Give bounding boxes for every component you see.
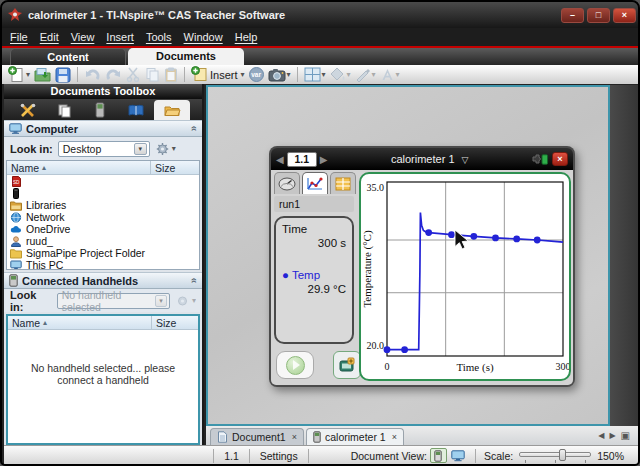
redo-button[interactable] bbox=[103, 66, 124, 84]
slider-thumb[interactable] bbox=[559, 449, 566, 461]
column-size-header[interactable]: Size bbox=[151, 161, 199, 174]
tab-documents[interactable]: Documents bbox=[128, 48, 244, 65]
no-handheld-message: No handheld selected... please connect a… bbox=[8, 330, 198, 443]
handheld-view-button[interactable] bbox=[430, 448, 447, 463]
save-icon bbox=[55, 67, 71, 83]
slider-track[interactable] bbox=[519, 452, 591, 457]
file-row-this-pc[interactable]: This PC bbox=[7, 259, 199, 269]
menu-bar: File Edit View Insert Tools Window Help bbox=[2, 28, 640, 48]
page-prev-icon[interactable]: ◀ bbox=[276, 154, 284, 165]
paste-button[interactable] bbox=[162, 66, 180, 84]
menu-file[interactable]: File bbox=[10, 31, 28, 43]
meter-view-tab[interactable] bbox=[274, 172, 300, 194]
column-size-header[interactable]: Size bbox=[152, 316, 198, 329]
scale-slider[interactable] bbox=[519, 449, 591, 463]
doc-tab-close-icon[interactable]: × bbox=[292, 432, 297, 442]
file-label: Libraries bbox=[26, 199, 66, 211]
handheld-select-value: No handheld selected bbox=[62, 289, 155, 313]
toolbox-tab-content-explorer[interactable] bbox=[154, 100, 190, 120]
text-color-button[interactable]: ▾ bbox=[378, 66, 402, 84]
graph-view-area[interactable]: 35.020.00300Time (s)Temperature (°C) bbox=[359, 172, 571, 381]
undo-button[interactable] bbox=[82, 66, 103, 84]
graph-view-tab[interactable] bbox=[302, 172, 328, 194]
toolbox-tab-handheld[interactable] bbox=[82, 100, 118, 120]
file-row-libraries[interactable]: Libraries bbox=[7, 199, 199, 211]
fill-color-button[interactable]: ▾ bbox=[328, 66, 353, 84]
status-settings[interactable]: Settings bbox=[250, 450, 308, 462]
document-tab-strip: Document1 × calorimeter 1 × ◀ ▶ ▣ bbox=[206, 426, 640, 445]
emulator-document-title-area[interactable]: calorimeter 1 ▽ bbox=[330, 153, 529, 165]
column-name-header[interactable]: Name ▴ bbox=[8, 316, 152, 329]
open-document-button[interactable] bbox=[32, 66, 53, 84]
menu-window[interactable]: Window bbox=[184, 31, 223, 43]
screenshot-button[interactable]: ▾ bbox=[266, 66, 293, 84]
network-icon bbox=[10, 212, 22, 223]
tab-scroll-left-icon[interactable]: ◀ bbox=[598, 431, 604, 440]
menu-edit[interactable]: Edit bbox=[40, 31, 59, 43]
battery-icon bbox=[532, 154, 549, 165]
tab-scroll-controls: ◀ ▶ ▣ bbox=[598, 426, 630, 445]
sensor-readout-panel[interactable]: Time 300 s ● Temp 29.9 °C bbox=[274, 216, 354, 344]
file-row-sd-card[interactable]: SD bbox=[7, 175, 199, 187]
page-indicator[interactable]: 1.1 bbox=[287, 152, 317, 167]
variables-button[interactable]: var bbox=[247, 66, 266, 84]
line-color-button[interactable]: ▾ bbox=[353, 66, 378, 84]
doc-tab-calorimeter1[interactable]: calorimeter 1 × bbox=[306, 428, 404, 445]
page-next-icon[interactable]: ▶ bbox=[320, 154, 328, 165]
add-sensor-button[interactable] bbox=[333, 351, 361, 379]
run-selector[interactable]: run1 bbox=[274, 196, 354, 212]
look-in-select[interactable]: Desktop ▾ bbox=[58, 141, 150, 157]
tab-scroll-right-icon[interactable]: ▶ bbox=[609, 431, 615, 440]
close-button[interactable]: × bbox=[613, 8, 636, 23]
computer-view-button[interactable] bbox=[450, 448, 467, 463]
cloud-icon bbox=[10, 224, 22, 235]
emulator-close-button[interactable]: × bbox=[552, 152, 568, 166]
menu-insert[interactable]: Insert bbox=[106, 31, 134, 43]
computer-options-button[interactable]: ▾ bbox=[155, 142, 176, 156]
temp-value: 29.9 °C bbox=[282, 283, 346, 295]
document-work-area[interactable]: ◀ 1.1 ▶ calorimeter 1 ▽ × bbox=[206, 85, 610, 426]
handhelds-panel-header[interactable]: Connected Handhelds » bbox=[4, 272, 202, 289]
name-column-label: Name bbox=[12, 317, 40, 329]
file-row-network[interactable]: Network bbox=[7, 211, 199, 223]
toolbox-tab-content-explorer-book[interactable] bbox=[118, 100, 154, 120]
page-layout-button[interactable]: ▾ bbox=[302, 66, 328, 84]
menu-tools[interactable]: Tools bbox=[146, 31, 172, 43]
collapse-chevron-icon[interactable]: » bbox=[189, 278, 200, 284]
gear-icon bbox=[175, 294, 190, 308]
new-document-button[interactable]: ▾ bbox=[6, 66, 32, 84]
file-row-user[interactable]: ruud_ bbox=[7, 235, 199, 247]
svg-text:35.0: 35.0 bbox=[367, 182, 385, 193]
select-arrow-icon: ▾ bbox=[155, 295, 167, 307]
insert-button[interactable]: Insert ▾ bbox=[189, 66, 247, 84]
tab-content[interactable]: Content bbox=[10, 48, 126, 65]
status-page-indicator[interactable]: 1.1 bbox=[214, 450, 249, 462]
document-view-label: Document View: bbox=[351, 450, 427, 462]
menu-view[interactable]: View bbox=[71, 31, 95, 43]
toolbox-tab-tools[interactable] bbox=[10, 100, 46, 120]
doc-tab-close-icon[interactable]: × bbox=[392, 432, 397, 442]
table-view-tab[interactable] bbox=[330, 172, 356, 194]
menu-help[interactable]: Help bbox=[235, 31, 258, 43]
status-bar: 1.1 Settings Document View: Sc bbox=[4, 445, 640, 465]
var-icon: var bbox=[249, 67, 264, 82]
minimize-button[interactable]: – bbox=[561, 8, 584, 23]
maximize-button[interactable]: □ bbox=[587, 8, 610, 23]
file-row-sigmapipe[interactable]: SigmaPipe Project Folder bbox=[7, 247, 199, 259]
file-row-onedrive[interactable]: OneDrive bbox=[7, 223, 199, 235]
computer-panel-header[interactable]: Computer » bbox=[4, 120, 202, 137]
collapse-chevron-icon[interactable]: » bbox=[189, 126, 200, 132]
copy-button[interactable] bbox=[143, 66, 162, 84]
toolbox-tab-page-sorter[interactable] bbox=[46, 100, 82, 120]
doc-tab-document1[interactable]: Document1 × bbox=[210, 428, 304, 445]
select-arrow-icon: ▾ bbox=[134, 143, 147, 155]
column-name-header[interactable]: Name ▴ bbox=[7, 161, 151, 174]
tab-list-all-icon[interactable]: ▣ bbox=[621, 430, 630, 441]
start-collection-button[interactable] bbox=[276, 351, 314, 379]
cut-button[interactable] bbox=[124, 66, 143, 84]
app-logo-icon bbox=[8, 8, 22, 22]
file-row-device[interactable] bbox=[7, 187, 199, 199]
save-button[interactable] bbox=[53, 66, 73, 84]
file-label: This PC bbox=[26, 259, 63, 269]
dropdown-arrow-icon: ▾ bbox=[287, 70, 291, 79]
